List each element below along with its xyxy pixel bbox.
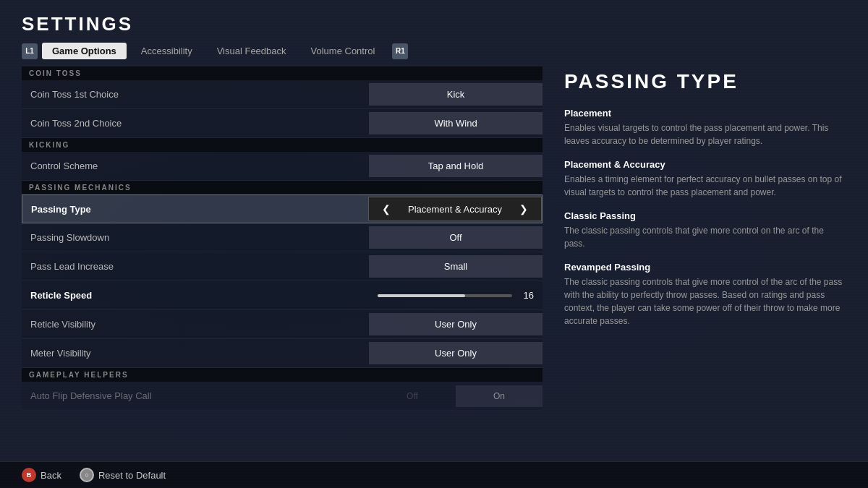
setting-coin-toss-1st[interactable]: Coin Toss 1st Choice Kick <box>22 80 542 109</box>
info-placement-accuracy-desc: Enables a timing element for perfect acc… <box>564 173 846 199</box>
passing-type-text: Placement & Accuracy <box>396 204 514 215</box>
passing-slowdown-label: Passing Slowdown <box>22 226 369 249</box>
reticle-visibility-label: Reticle Visibility <box>22 313 369 335</box>
meter-visibility-label: Meter Visibility <box>22 342 369 364</box>
tab-volume-control[interactable]: Volume Control <box>301 43 386 59</box>
reset-button-icon: ○ <box>80 468 94 482</box>
setting-coin-toss-2nd[interactable]: Coin Toss 2nd Choice With Wind <box>22 109 542 138</box>
reticle-speed-fill <box>378 294 465 297</box>
auto-flip-toggle[interactable]: Off On <box>369 385 542 407</box>
reticle-speed-label: Reticle Speed <box>22 284 369 307</box>
info-classic-desc: The classic passing controls that give m… <box>564 224 846 250</box>
passing-slowdown-value[interactable]: Off <box>369 226 542 249</box>
info-title: PASSING TYPE <box>564 70 846 93</box>
setting-auto-flip[interactable]: Auto Flip Defensive Play Call Off On <box>22 382 542 411</box>
tab-visual-feedback[interactable]: Visual Feedback <box>207 43 297 59</box>
section-header-kicking: KICKING <box>22 138 542 152</box>
info-classic-title: Classic Passing <box>564 210 846 221</box>
control-scheme-label: Control Scheme <box>22 155 369 177</box>
section-header-coin-toss: COIN TOSS <box>22 67 542 80</box>
reticle-speed-slider-container[interactable]: 16 <box>369 284 542 307</box>
coin-toss-1st-value[interactable]: Kick <box>369 83 542 106</box>
coin-toss-2nd-label: Coin Toss 2nd Choice <box>22 112 369 134</box>
setting-pass-lead[interactable]: Pass Lead Increase Small <box>22 252 542 281</box>
passing-type-arrow-left[interactable]: ❮ <box>376 203 396 215</box>
info-placement-title: Placement <box>564 108 846 119</box>
section-header-passing: PASSING MECHANICS <box>22 181 542 194</box>
section-coin-toss: COIN TOSS <box>22 67 542 80</box>
info-block-classic: Classic Passing The classic passing cont… <box>564 210 846 250</box>
back-label: Back <box>41 470 61 481</box>
reset-label: Reset to Default <box>98 470 166 481</box>
passing-type-arrow-right[interactable]: ❯ <box>514 203 534 215</box>
tab-game-options[interactable]: Game Options <box>42 43 127 59</box>
reticle-visibility-value[interactable]: User Only <box>369 313 542 335</box>
info-block-revamped: Revamped Passing The classic passing con… <box>564 262 846 328</box>
info-placement-desc: Enables visual targets to control the pa… <box>564 121 846 147</box>
setting-passing-type[interactable]: Passing Type ❮ Placement & Accuracy ❯ <box>22 194 542 223</box>
coin-toss-1st-label: Coin Toss 1st Choice <box>22 83 369 106</box>
info-revamped-desc: The classic passing controls that give m… <box>564 275 846 328</box>
passing-type-value[interactable]: ❮ Placement & Accuracy ❯ <box>368 197 542 221</box>
setting-control-scheme[interactable]: Control Scheme Tap and Hold <box>22 152 542 181</box>
bottom-bar: B Back ○ Reset to Default <box>0 461 868 488</box>
control-scheme-value[interactable]: Tap and Hold <box>369 155 542 177</box>
main-content: COIN TOSS Coin Toss 1st Choice Kick Coin… <box>0 67 868 461</box>
section-kicking: KICKING <box>22 138 542 152</box>
section-header-gameplay-helpers: GAMEPLAY HELPERS <box>22 368 542 382</box>
info-panel: PASSING TYPE Placement Enables visual ta… <box>564 67 846 461</box>
back-action[interactable]: B Back <box>22 468 61 482</box>
info-revamped-title: Revamped Passing <box>564 262 846 273</box>
pass-lead-value[interactable]: Small <box>369 255 542 278</box>
passing-type-label: Passing Type <box>22 198 368 221</box>
setting-reticle-visibility[interactable]: Reticle Visibility User Only <box>22 310 542 339</box>
reset-action[interactable]: ○ Reset to Default <box>80 468 166 482</box>
tab-badge-l1[interactable]: L1 <box>22 43 38 59</box>
meter-visibility-value[interactable]: User Only <box>369 342 542 364</box>
tab-badge-r1[interactable]: R1 <box>392 43 408 59</box>
reticle-speed-number: 16 <box>519 290 534 301</box>
auto-flip-on[interactable]: On <box>456 385 542 407</box>
setting-reticle-speed[interactable]: Reticle Speed 16 <box>22 281 542 310</box>
info-block-placement: Placement Enables visual targets to cont… <box>564 108 846 147</box>
tabs-bar: L1 Game Options Accessibility Visual Fee… <box>0 43 868 67</box>
back-button-icon: B <box>22 468 36 482</box>
section-gameplay-helpers: GAMEPLAY HELPERS <box>22 368 542 382</box>
coin-toss-2nd-value[interactable]: With Wind <box>369 112 542 134</box>
reticle-speed-track <box>378 294 512 297</box>
auto-flip-off[interactable]: Off <box>369 385 456 407</box>
pass-lead-label: Pass Lead Increase <box>22 255 369 278</box>
settings-panel: COIN TOSS Coin Toss 1st Choice Kick Coin… <box>22 67 542 461</box>
info-placement-accuracy-title: Placement & Accuracy <box>564 159 846 170</box>
setting-meter-visibility[interactable]: Meter Visibility User Only <box>22 339 542 368</box>
page-title: SETTINGS <box>22 13 846 35</box>
auto-flip-label: Auto Flip Defensive Play Call <box>22 385 369 407</box>
tab-accessibility[interactable]: Accessibility <box>131 43 203 59</box>
section-passing: PASSING MECHANICS <box>22 181 542 194</box>
setting-passing-slowdown[interactable]: Passing Slowdown Off <box>22 223 542 252</box>
info-block-placement-accuracy: Placement & Accuracy Enables a timing el… <box>564 159 846 199</box>
